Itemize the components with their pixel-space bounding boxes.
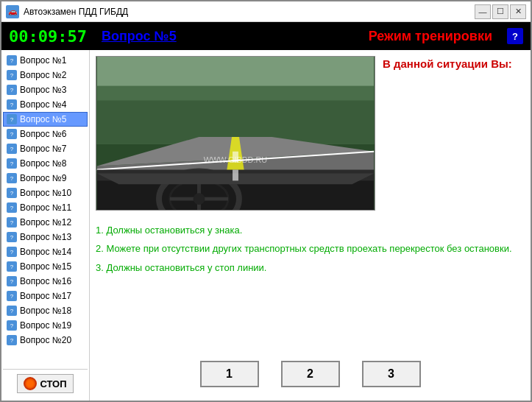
app-icon: 🚗 — [6, 5, 19, 18]
sidebar-item-label: Вопрос №10 — [20, 188, 71, 198]
sidebar-item-question-13[interactable]: ?Вопрос №13 — [3, 230, 88, 244]
sidebar-item-question-3[interactable]: ?Вопрос №3 — [3, 82, 88, 97]
sidebar-item-label: Вопрос №14 — [20, 247, 71, 257]
question-area: STOP WWW.GIBDD.RU В данной ситуации Вы: — [96, 56, 525, 211]
maximize-button[interactable]: ☐ — [492, 4, 508, 19]
question-icon: ? — [7, 188, 17, 198]
question-icon: ? — [7, 173, 17, 183]
svg-point-12 — [194, 193, 205, 205]
sidebar-item-label: Вопрос №8 — [20, 158, 66, 169]
title-bar: 🚗 Автоэкзамен ПДД ГИБДД — ☐ ✕ — [1, 1, 531, 22]
question-icon: ? — [7, 320, 17, 331]
sidebar-item-question-7[interactable]: ?Вопрос №7 — [3, 141, 88, 156]
question-image: STOP WWW.GIBDD.RU — [96, 56, 375, 211]
sidebar-item-question-6[interactable]: ?Вопрос №6 — [3, 127, 88, 141]
sidebar-item-label: Вопрос №15 — [20, 261, 71, 272]
sidebar-item-question-1[interactable]: ?Вопрос №1 — [3, 53, 88, 68]
stop-area: СТОП — [3, 369, 88, 398]
sidebar-item-label: Вопрос №3 — [20, 85, 66, 95]
svg-rect-21 — [233, 170, 238, 181]
answer-button-2[interactable]: 2 — [281, 361, 340, 387]
sidebar-item-label: Вопрос №13 — [20, 232, 71, 242]
sidebar-item-label: Вопрос №19 — [20, 320, 71, 331]
question-icon: ? — [7, 85, 17, 95]
svg-rect-20 — [233, 152, 238, 163]
content-area: ?Вопрос №1?Вопрос №2?Вопрос №3?Вопрос №4… — [1, 50, 531, 401]
sidebar-item-label: Вопрос №18 — [20, 306, 71, 316]
sidebar-item-question-4[interactable]: ?Вопрос №4 — [3, 97, 88, 112]
sidebar-item-label: Вопрос №5 — [20, 114, 66, 124]
question-icon: ? — [7, 247, 17, 257]
stop-label: СТОП — [40, 378, 66, 389]
question-prompt: В данной ситуации Вы: — [383, 56, 525, 71]
main-window: 🚗 Автоэкзамен ПДД ГИБДД — ☐ ✕ 00:09:57 В… — [0, 0, 532, 402]
help-button[interactable]: ? — [507, 28, 523, 44]
mode-label: Режим тренировки — [369, 29, 492, 44]
sidebar-item-question-15[interactable]: ?Вопрос №15 — [3, 259, 88, 274]
sidebar-item-label: Вопрос №6 — [20, 129, 66, 139]
question-icon: ? — [7, 232, 17, 242]
sidebar-item-label: Вопрос №12 — [20, 217, 71, 228]
question-sidebar: ?Вопрос №1?Вопрос №2?Вопрос №3?Вопрос №4… — [1, 50, 90, 401]
sidebar-item-question-10[interactable]: ?Вопрос №10 — [3, 186, 88, 200]
question-icon: ? — [7, 99, 17, 110]
sidebar-item-label: Вопрос №7 — [20, 144, 66, 154]
sidebar-item-label: Вопрос №2 — [20, 70, 66, 80]
question-text-area: В данной ситуации Вы: — [383, 56, 525, 211]
question-icon: ? — [7, 144, 17, 154]
answer-button-3[interactable]: 3 — [362, 361, 421, 387]
sidebar-item-label: Вопрос №9 — [20, 173, 66, 183]
sidebar-item-label: Вопрос №4 — [20, 99, 66, 110]
sidebar-item-label: Вопрос №17 — [20, 291, 71, 301]
timer-display: 00:09:57 — [9, 27, 87, 46]
question-icon: ? — [7, 335, 17, 345]
question-icon: ? — [7, 291, 17, 301]
stop-icon — [24, 377, 37, 390]
close-button[interactable]: ✕ — [510, 4, 526, 19]
question-icon: ? — [7, 114, 17, 124]
question-icon: ? — [7, 70, 17, 80]
sidebar-item-label: Вопрос №16 — [20, 276, 71, 286]
sidebar-item-question-11[interactable]: ?Вопрос №11 — [3, 200, 88, 215]
sidebar-item-question-17[interactable]: ?Вопрос №17 — [3, 289, 88, 303]
sidebar-item-label: Вопрос №20 — [20, 335, 71, 345]
answer-button-1[interactable]: 1 — [200, 361, 259, 387]
main-panel: STOP WWW.GIBDD.RU В данной ситуации Вы: — [90, 50, 531, 401]
sidebar-item-question-16[interactable]: ?Вопрос №16 — [3, 274, 88, 289]
question-icon: ? — [7, 129, 17, 139]
current-question-title: Вопрос №5 — [102, 29, 177, 44]
sidebar-item-question-2[interactable]: ?Вопрос №2 — [3, 68, 88, 82]
answer-option-2[interactable]: 2. Можете при отсутствии других транспор… — [96, 239, 525, 258]
answer-option-3[interactable]: 3. Должны остановиться у стоп линии. — [96, 258, 525, 277]
sidebar-item-question-5[interactable]: ?Вопрос №5 — [3, 112, 88, 127]
sidebar-item-label: Вопрос №11 — [20, 202, 71, 213]
question-icon: ? — [7, 276, 17, 286]
sidebar-item-question-14[interactable]: ?Вопрос №14 — [3, 244, 88, 259]
sidebar-item-question-12[interactable]: ?Вопрос №12 — [3, 215, 88, 230]
question-icon: ? — [7, 158, 17, 169]
answer-option-1[interactable]: 1. Должны остановиться у знака. — [96, 221, 525, 239]
sidebar-item-question-19[interactable]: ?Вопрос №19 — [3, 318, 88, 333]
minimize-button[interactable]: — — [475, 4, 491, 19]
question-icon: ? — [7, 55, 17, 66]
question-icon: ? — [7, 306, 17, 316]
answer-buttons: 1 2 3 — [96, 353, 525, 395]
sidebar-item-question-8[interactable]: ?Вопрос №8 — [3, 156, 88, 171]
sidebar-item-question-20[interactable]: ?Вопрос №20 — [3, 333, 88, 348]
sidebar-item-question-18[interactable]: ?Вопрос №18 — [3, 303, 88, 318]
stop-button[interactable]: СТОП — [17, 374, 73, 393]
question-icon: ? — [7, 261, 17, 272]
top-bar: 00:09:57 Вопрос №5 Режим тренировки ? — [1, 22, 531, 50]
question-icon: ? — [7, 217, 17, 228]
question-icon: ? — [7, 202, 17, 213]
window-title: Автоэкзамен ПДД ГИБДД — [24, 7, 470, 17]
sidebar-item-question-9[interactable]: ?Вопрос №9 — [3, 171, 88, 186]
sidebar-item-label: Вопрос №1 — [20, 55, 66, 66]
answers-area: 1. Должны остановиться у знака. 2. Может… — [96, 221, 525, 277]
window-controls: — ☐ ✕ — [475, 4, 526, 19]
